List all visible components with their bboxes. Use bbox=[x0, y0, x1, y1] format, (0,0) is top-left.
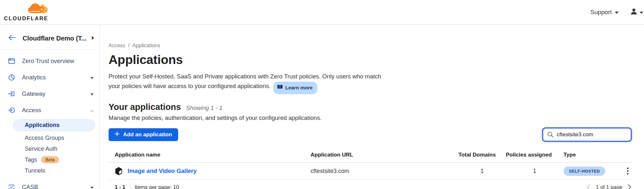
sidebar-item-label: Access bbox=[22, 107, 90, 114]
section-title: Your applications bbox=[109, 102, 181, 112]
column-policies-assigned: Policies assigned bbox=[506, 152, 563, 158]
sidebar-item-zero-trust-overview[interactable]: Zero Trust overview bbox=[0, 53, 100, 69]
page-title: Applications bbox=[109, 53, 631, 67]
pagination-controls: 1 of 1 page bbox=[587, 184, 631, 189]
add-application-button[interactable]: Add an application bbox=[109, 128, 178, 141]
person-icon bbox=[630, 8, 637, 16]
shield-check-icon bbox=[8, 184, 15, 189]
caret-up-icon bbox=[90, 107, 94, 114]
pie-chart-icon bbox=[8, 74, 15, 81]
top-bar-right: Support bbox=[590, 8, 643, 16]
row-kebab-menu-icon[interactable] bbox=[624, 167, 631, 175]
search-input[interactable] bbox=[543, 129, 631, 141]
table-row[interactable]: Image and Video Gallery cftestsite3.com … bbox=[109, 163, 631, 180]
application-name-link[interactable]: Image and Video Gallery bbox=[128, 167, 197, 175]
sidebar-item-label: Tunnels bbox=[25, 167, 45, 174]
sidebar-item-tunnels[interactable]: Tunnels bbox=[0, 165, 100, 176]
caret-down-icon bbox=[90, 90, 94, 97]
type-badge: SELF-HOSTED bbox=[563, 166, 605, 176]
sidebar-item-label: Service Auth bbox=[25, 146, 57, 152]
book-icon bbox=[277, 83, 283, 93]
column-total-domains: Total Domains bbox=[458, 152, 506, 158]
back-arrow-icon[interactable] bbox=[8, 34, 16, 42]
beta-badge: Beta bbox=[41, 156, 59, 163]
items-per-page: Items per page: 10 bbox=[135, 184, 179, 189]
application-url: cftestsite3.com bbox=[311, 168, 458, 175]
breadcrumb-applications[interactable]: Applications bbox=[132, 43, 160, 49]
sidebar: Cloudflare Demo (T... Zero Trust overvie… bbox=[0, 25, 100, 189]
learn-more-label: Learn more bbox=[285, 83, 312, 93]
sidebar-item-access[interactable]: Access bbox=[0, 102, 100, 118]
section-header: Your applications Showing 1 - 1 bbox=[109, 102, 631, 112]
showing-count: Showing 1 - 1 bbox=[186, 104, 223, 112]
main-content: Access / Applications Applications Prote… bbox=[100, 25, 644, 189]
sidebar-item-casb[interactable]: CASB bbox=[0, 179, 100, 189]
gateway-icon bbox=[8, 90, 15, 97]
breadcrumb-separator: / bbox=[128, 43, 130, 49]
total-domains-value: 1 bbox=[458, 168, 506, 175]
table-header-row: Application name Application URL Total D… bbox=[109, 152, 631, 163]
policies-assigned-value: 1 bbox=[506, 168, 563, 175]
sidebar-item-service-auth[interactable]: Service Auth bbox=[0, 143, 100, 154]
caret-down-icon bbox=[90, 184, 94, 189]
sidebar-item-access-groups[interactable]: Access Groups bbox=[0, 132, 100, 143]
caret-down-icon bbox=[615, 9, 619, 16]
cloudflare-dashboard: CLOUDFLARE Support bbox=[0, 0, 644, 189]
plus-icon bbox=[115, 131, 120, 138]
browser-window-icon bbox=[8, 58, 15, 65]
column-type: Type bbox=[563, 152, 624, 158]
caret-down-icon bbox=[90, 74, 94, 81]
sidebar-item-analytics[interactable]: Analytics bbox=[0, 69, 100, 86]
sidebar-item-label: Access Groups bbox=[25, 135, 64, 141]
column-application-name: Application name bbox=[115, 152, 311, 158]
sidebar-item-label: Tags bbox=[25, 157, 37, 163]
application-cube-icon bbox=[115, 167, 123, 176]
learn-more-link[interactable]: Learn more bbox=[273, 82, 317, 94]
sign-in-icon bbox=[8, 107, 15, 114]
search-icon bbox=[547, 131, 553, 139]
support-menu[interactable]: Support bbox=[590, 9, 619, 16]
sidebar-nav: Zero Trust overview Analytics bbox=[0, 50, 100, 189]
sidebar-item-gateway[interactable]: Gateway bbox=[0, 86, 100, 102]
next-page-icon[interactable] bbox=[628, 184, 631, 189]
add-application-label: Add an application bbox=[123, 131, 172, 138]
pagination-summary: 1 - 1 Items per page: 10 bbox=[115, 183, 179, 189]
support-label: Support bbox=[590, 9, 612, 16]
applications-table: Application name Application URL Total D… bbox=[109, 152, 631, 189]
sidebar-item-label: Applications bbox=[25, 122, 60, 129]
footer-divider bbox=[130, 183, 130, 189]
cloudflare-wordmark: CLOUDFLARE bbox=[4, 15, 48, 22]
search-box bbox=[543, 129, 631, 141]
page-description: Protect your Self-Hosted, SaaS and Priva… bbox=[109, 72, 392, 94]
account-menu[interactable] bbox=[630, 8, 643, 16]
cloudflare-cloud-icon bbox=[27, 3, 48, 15]
page-status: 1 of 1 page bbox=[596, 184, 622, 189]
sidebar-item-label: CASB bbox=[22, 184, 90, 189]
controls-row: Add an application bbox=[109, 128, 631, 141]
column-application-url: Application URL bbox=[311, 152, 458, 158]
page-description-text: Protect your Self-Hosted, SaaS and Priva… bbox=[109, 73, 381, 89]
section-subtitle: Manage the policies, authentication, and… bbox=[109, 114, 631, 122]
sidebar-account-header: Cloudflare Demo (T... bbox=[0, 31, 100, 46]
sidebar-item-label: Zero Trust overview bbox=[22, 58, 94, 65]
top-bar: CLOUDFLARE Support bbox=[0, 0, 644, 25]
sidebar-item-tags[interactable]: Tags Beta bbox=[0, 154, 100, 165]
previous-page-icon[interactable] bbox=[587, 184, 590, 189]
breadcrumb-access[interactable]: Access bbox=[109, 43, 125, 49]
account-name[interactable]: Cloudflare Demo (T... bbox=[23, 35, 91, 42]
sidebar-item-label: Gateway bbox=[22, 90, 90, 97]
sidebar-item-applications[interactable]: Applications bbox=[13, 119, 95, 131]
caret-down-icon bbox=[639, 9, 643, 16]
sidebar-item-label: Analytics bbox=[22, 74, 90, 81]
breadcrumb: Access / Applications bbox=[109, 43, 631, 49]
table-footer: 1 - 1 Items per page: 10 1 of 1 page bbox=[109, 180, 631, 189]
cloudflare-logo[interactable]: CLOUDFLARE bbox=[6, 3, 48, 22]
items-range: 1 - 1 bbox=[115, 184, 125, 189]
caret-right-icon[interactable] bbox=[91, 35, 94, 41]
